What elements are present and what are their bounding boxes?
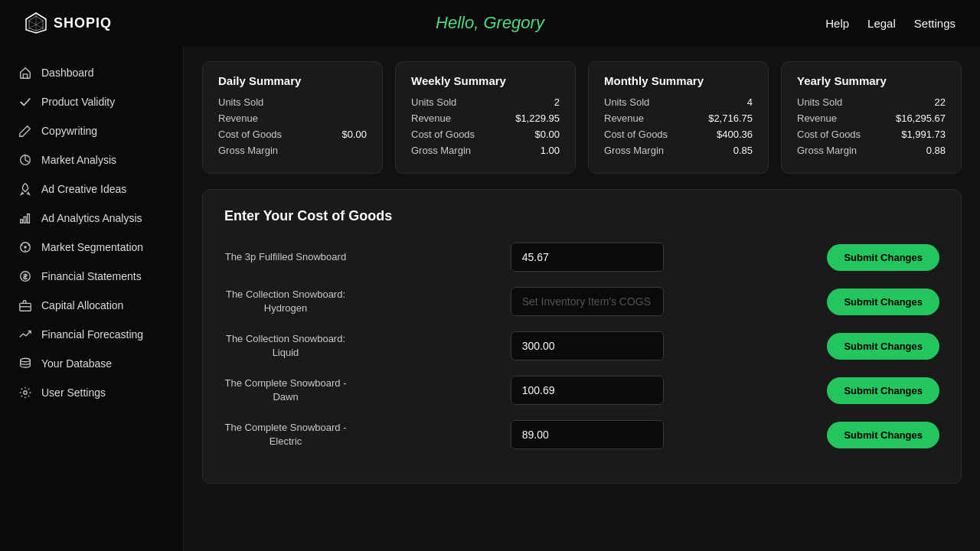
- monthly-revenue-value: $2,716.75: [708, 112, 753, 124]
- sidebar-item-user-settings[interactable]: User Settings: [0, 378, 183, 407]
- sidebar-item-dashboard[interactable]: Dashboard: [0, 58, 183, 87]
- chart-pie-icon: [18, 153, 32, 167]
- weekly-units-row: Units Sold 2: [411, 96, 560, 108]
- submit-btn-3[interactable]: Submit Changes: [827, 377, 939, 404]
- submit-btn-4[interactable]: Submit Changes: [827, 422, 939, 448]
- sidebar-item-copywriting[interactable]: Copywriting: [0, 116, 183, 145]
- daily-revenue-label: Revenue: [218, 112, 258, 124]
- cogs-row-4: The Complete Snowboard - Electric Submit…: [224, 420, 939, 449]
- daily-cogs-row: Cost of Goods $0.00: [218, 129, 367, 140]
- cogs-row-1: The Collection Snowboard: Hydrogen Submi…: [224, 287, 939, 316]
- monthly-margin-label: Gross Margin: [604, 145, 664, 156]
- weekly-summary-card: Weekly Summary Units Sold 2 Revenue $1,2…: [395, 61, 576, 174]
- logo-icon: [24, 11, 47, 34]
- cogs-input-2[interactable]: [511, 331, 664, 360]
- yearly-revenue-label: Revenue: [797, 112, 837, 124]
- yearly-margin-value: 0.88: [926, 145, 946, 156]
- briefcase-icon: [18, 298, 32, 312]
- cogs-input-1[interactable]: [511, 287, 664, 316]
- sidebar-item-your-database[interactable]: Your Database: [0, 349, 183, 378]
- legal-link[interactable]: Legal: [867, 17, 896, 30]
- sidebar-item-market-analysis[interactable]: Market Analysis: [0, 145, 183, 174]
- product-name-4: The Complete Snowboard - Electric: [224, 421, 347, 448]
- logo: SHOPIQ: [24, 11, 112, 34]
- cogs-section: Enter Your Cost of Goods The 3p Fulfille…: [202, 189, 962, 484]
- sidebar-item-ad-creative[interactable]: Ad Creative Ideas: [0, 174, 183, 204]
- yearly-cogs-value: $1,991.73: [901, 129, 946, 140]
- yearly-units-value: 22: [935, 96, 946, 108]
- svg-point-13: [24, 249, 26, 251]
- sidebar-item-market-segmentation[interactable]: Market Segmentation: [0, 233, 183, 262]
- sidebar-label-dashboard: Dashboard: [41, 67, 94, 79]
- daily-margin-row: Gross Margin: [218, 145, 367, 156]
- logo-text: SHOPIQ: [54, 15, 112, 31]
- sidebar-label-market-segmentation: Market Segmentation: [41, 241, 143, 253]
- sidebar-label-product-validity: Product Validity: [41, 96, 115, 108]
- sidebar: Dashboard Product Validity Copywriting M…: [0, 46, 184, 551]
- sidebar-label-financial-statements: Financial Statements: [41, 270, 142, 282]
- sidebar-label-copywriting: Copywriting: [41, 125, 97, 137]
- bar-chart-icon: [18, 211, 32, 225]
- svg-rect-7: [24, 217, 26, 223]
- weekly-cogs-row: Cost of Goods $0.00: [411, 129, 560, 140]
- daily-cogs-value: $0.00: [341, 129, 367, 140]
- yearly-cogs-row: Cost of Goods $1,991.73: [797, 129, 946, 140]
- daily-margin-label: Gross Margin: [218, 145, 278, 156]
- sidebar-item-financial-statements[interactable]: Financial Statements: [0, 262, 183, 291]
- weekly-revenue-label: Revenue: [411, 112, 451, 124]
- cogs-input-4[interactable]: [511, 420, 664, 449]
- daily-units-row: Units Sold: [218, 96, 367, 108]
- monthly-revenue-row: Revenue $2,716.75: [604, 112, 753, 124]
- svg-point-17: [21, 358, 31, 362]
- dollar-icon: [18, 269, 32, 283]
- sidebar-label-ad-creative: Ad Creative Ideas: [41, 183, 126, 195]
- circle-dots-icon: [18, 240, 32, 254]
- product-name-1: The Collection Snowboard: Hydrogen: [224, 288, 347, 315]
- svg-rect-8: [28, 214, 30, 223]
- monthly-units-label: Units Sold: [604, 96, 649, 108]
- submit-btn-2[interactable]: Submit Changes: [827, 333, 939, 360]
- daily-cogs-label: Cost of Goods: [218, 129, 282, 140]
- cogs-row-0: The 3p Fulfilled Snowboard Submit Change…: [224, 243, 939, 272]
- sidebar-item-product-validity[interactable]: Product Validity: [0, 87, 183, 116]
- weekly-margin-row: Gross Margin 1.00: [411, 145, 560, 156]
- monthly-revenue-label: Revenue: [604, 112, 644, 124]
- yearly-cogs-label: Cost of Goods: [797, 129, 861, 140]
- gear-icon: [18, 386, 32, 399]
- product-name-2: The Collection Snowboard: Liquid: [224, 332, 347, 360]
- cogs-title: Enter Your Cost of Goods: [224, 208, 939, 224]
- monthly-units-row: Units Sold 4: [604, 96, 753, 108]
- sidebar-item-capital-allocation[interactable]: Capital Allocation: [0, 291, 183, 320]
- daily-summary-card: Daily Summary Units Sold Revenue Cost of…: [202, 61, 383, 174]
- svg-rect-6: [21, 220, 23, 223]
- sidebar-item-ad-analytics[interactable]: Ad Analytics Analysis: [0, 204, 183, 233]
- yearly-revenue-row: Revenue $16,295.67: [797, 112, 946, 124]
- cogs-input-0[interactable]: [511, 243, 664, 272]
- submit-btn-1[interactable]: Submit Changes: [827, 289, 939, 315]
- monthly-cogs-row: Cost of Goods $400.36: [604, 129, 753, 140]
- cogs-input-3[interactable]: [511, 376, 664, 405]
- daily-summary-title: Daily Summary: [218, 74, 367, 87]
- header: SHOPIQ Hello, Gregory Help Legal Setting…: [0, 0, 980, 46]
- help-link[interactable]: Help: [825, 17, 849, 30]
- weekly-cogs-label: Cost of Goods: [411, 129, 475, 140]
- weekly-units-value: 2: [554, 96, 560, 108]
- svg-point-10: [24, 246, 27, 249]
- yearly-units-row: Units Sold 22: [797, 96, 946, 108]
- daily-units-label: Units Sold: [218, 96, 263, 108]
- cogs-row-2: The Collection Snowboard: Liquid Submit …: [224, 331, 939, 360]
- check-icon: [18, 95, 32, 109]
- rocket-icon: [18, 182, 32, 196]
- greeting: Hello, Gregory: [436, 13, 544, 33]
- home-icon: [18, 66, 32, 80]
- weekly-summary-title: Weekly Summary: [411, 74, 560, 87]
- weekly-cogs-value: $0.00: [534, 129, 560, 140]
- monthly-summary-title: Monthly Summary: [604, 74, 753, 87]
- sidebar-item-financial-forecasting[interactable]: Financial Forecasting: [0, 320, 183, 349]
- yearly-margin-label: Gross Margin: [797, 145, 857, 156]
- sidebar-label-financial-forecasting: Financial Forecasting: [41, 328, 143, 341]
- settings-link[interactable]: Settings: [914, 17, 956, 30]
- pencil-icon: [18, 124, 32, 138]
- monthly-cogs-label: Cost of Goods: [604, 129, 668, 140]
- submit-btn-0[interactable]: Submit Changes: [827, 244, 939, 271]
